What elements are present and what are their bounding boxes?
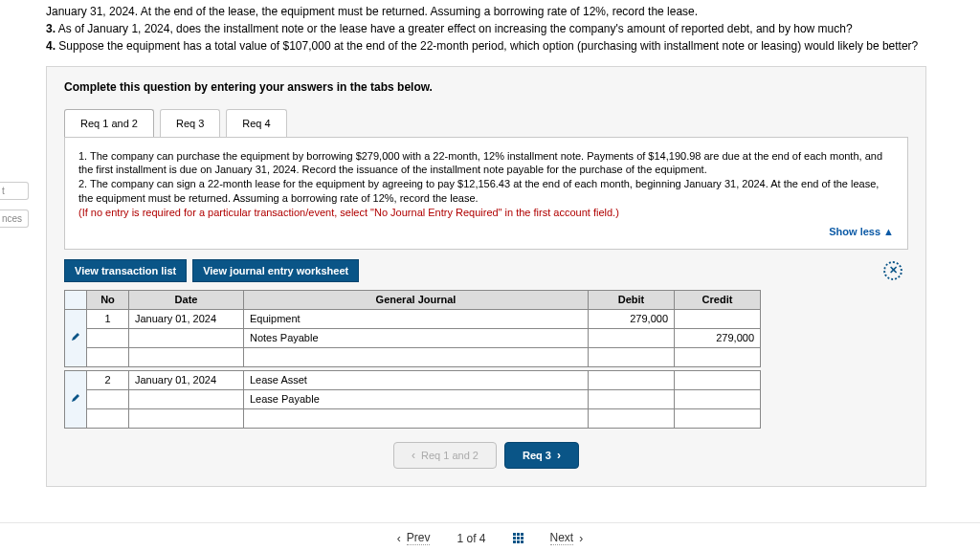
cell-account-1c[interactable]: [244, 347, 589, 366]
left-stub-2: nces: [0, 209, 29, 228]
view-journal-worksheet-button[interactable]: View journal entry worksheet: [192, 259, 359, 282]
next-req-label: Req 3: [523, 450, 551, 461]
desc-note: (If no entry is required for a particula…: [78, 207, 619, 218]
cell-date-2[interactable]: January 01, 2024: [129, 370, 244, 389]
cell-date-1c[interactable]: [129, 347, 244, 366]
view-transaction-list-button[interactable]: View transaction list: [64, 259, 187, 282]
cell-debit-2b[interactable]: [589, 389, 675, 408]
cell-account-1a[interactable]: Equipment: [244, 309, 589, 328]
cell-no-1b[interactable]: [87, 328, 129, 347]
chevron-right-icon: ›: [579, 532, 583, 545]
tab-req-1-and-2[interactable]: Req 1 and 2: [64, 109, 154, 137]
footer-nav: ‹ Prev 1 of 4 Next ›: [0, 522, 980, 545]
cell-credit-2b[interactable]: [675, 389, 761, 408]
header-credit: Credit: [675, 290, 761, 309]
requirement-tabs: Req 1 and 2 Req 3 Req 4: [64, 109, 908, 137]
cell-date-2b[interactable]: [129, 389, 244, 408]
close-icon[interactable]: ✕: [883, 261, 902, 280]
view-buttons-row: View transaction list View journal entry…: [64, 259, 908, 282]
cell-date-2c[interactable]: [129, 408, 244, 428]
table-row: [65, 347, 761, 366]
chevron-left-icon: ‹: [412, 449, 415, 462]
next-req-button[interactable]: Req 3 ›: [504, 442, 579, 469]
pencil-icon: [71, 393, 80, 403]
cell-no-2b[interactable]: [87, 389, 129, 408]
pencil-icon: [71, 332, 80, 342]
cell-date-1[interactable]: January 01, 2024: [129, 309, 244, 328]
edit-entry-1-button[interactable]: [65, 309, 87, 366]
chevron-right-icon: ›: [557, 449, 561, 462]
cell-credit-1c[interactable]: [675, 347, 761, 366]
desc-part-2: 2. The company can sign a 22-month lease…: [78, 178, 879, 204]
table-row: 1 January 01, 2024 Equipment 279,000: [65, 309, 761, 328]
header-date: Date: [129, 290, 244, 309]
tab-body: 1. The company can purchase the equipmen…: [64, 137, 908, 250]
cell-debit-1c[interactable]: [589, 347, 675, 366]
cell-debit-1a[interactable]: 279,000: [589, 309, 675, 328]
tab-req-3[interactable]: Req 3: [160, 109, 220, 137]
left-cutoff-labels: t nces: [0, 182, 29, 228]
requirement-description: 1. The company can purchase the equipmen…: [78, 149, 894, 220]
footer-next-button[interactable]: Next ›: [550, 531, 584, 545]
answer-panel: Complete this question by entering your …: [46, 66, 926, 487]
cell-credit-2a[interactable]: [675, 370, 761, 389]
cell-no-1c[interactable]: [87, 347, 129, 366]
cell-account-2a[interactable]: Lease Asset: [244, 370, 589, 389]
cell-no-2c[interactable]: [87, 408, 129, 428]
cell-credit-1a[interactable]: [675, 309, 761, 328]
chevron-left-icon: ‹: [397, 532, 401, 545]
cell-debit-1b[interactable]: [589, 328, 675, 347]
table-row: Lease Payable: [65, 389, 761, 408]
prompt-line-3: 4. Suppose the equipment has a total val…: [46, 38, 934, 54]
edit-entry-2-button[interactable]: [65, 370, 87, 428]
cell-no-1[interactable]: 1: [87, 309, 129, 328]
tab-nav-pills: ‹ Req 1 and 2 Req 3 ›: [64, 442, 908, 469]
table-row: [65, 408, 761, 428]
cell-account-1b[interactable]: Notes Payable: [244, 328, 589, 347]
cell-debit-2c[interactable]: [589, 408, 675, 428]
cell-account-2b[interactable]: Lease Payable: [244, 389, 589, 408]
table-row: 2 January 01, 2024 Lease Asset: [65, 370, 761, 389]
header-no: No: [87, 290, 129, 309]
left-stub-1: t: [0, 182, 29, 200]
prev-req-button[interactable]: ‹ Req 1 and 2: [393, 442, 497, 469]
cell-debit-2a[interactable]: [589, 370, 675, 389]
table-row: Notes Payable 279,000: [65, 328, 761, 347]
desc-part-1: 1. The company can purchase the equipmen…: [78, 150, 882, 176]
cell-credit-2c[interactable]: [675, 408, 761, 428]
question-prompt: January 31, 2024. At the end of the leas…: [0, 0, 980, 66]
show-less-toggle[interactable]: Show less ▲: [78, 226, 894, 237]
header-general-journal: General Journal: [244, 290, 589, 309]
footer-prev-button[interactable]: ‹ Prev: [397, 531, 431, 545]
prev-req-label: Req 1 and 2: [421, 450, 479, 461]
cell-no-2[interactable]: 2: [87, 370, 129, 389]
prompt-line-1: January 31, 2024. At the end of the leas…: [46, 4, 934, 19]
grid-icon[interactable]: [513, 533, 523, 543]
header-debit: Debit: [589, 290, 675, 309]
footer-prev-label: Prev: [407, 531, 431, 545]
journal-entry-table: No Date General Journal Debit Credit 1 J…: [64, 290, 761, 429]
prompt-line-2: 3. As of January 1, 2024, does the insta…: [46, 21, 934, 36]
cell-account-2c[interactable]: [244, 408, 589, 428]
cell-date-1b[interactable]: [129, 328, 244, 347]
table-header-row: No Date General Journal Debit Credit: [65, 290, 761, 309]
footer-next-label: Next: [550, 531, 574, 545]
panel-instruction: Complete this question by entering your …: [64, 80, 908, 94]
header-edit: [65, 290, 87, 309]
page-indicator: 1 of 4: [457, 532, 485, 545]
tab-req-4[interactable]: Req 4: [226, 109, 286, 137]
cell-credit-1b[interactable]: 279,000: [675, 328, 761, 347]
